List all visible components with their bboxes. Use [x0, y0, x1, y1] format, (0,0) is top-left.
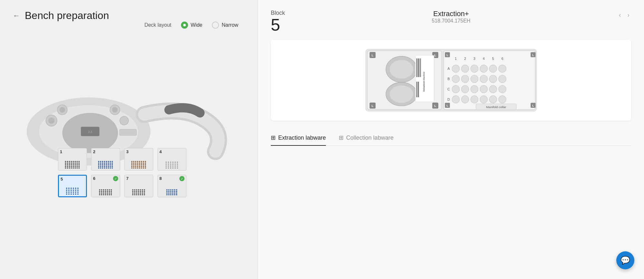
slot-3-number: 3 — [126, 149, 128, 154]
svg-text:1: 1 — [455, 57, 457, 60]
svg-rect-35 — [416, 82, 417, 97]
page-title: Bench preparation — [25, 10, 109, 22]
svg-point-66 — [498, 85, 506, 93]
slot-8-check — [179, 176, 185, 181]
svg-text:L: L — [532, 53, 534, 57]
slot-8-number: 8 — [159, 176, 162, 181]
svg-point-62 — [461, 85, 469, 93]
svg-rect-33 — [419, 59, 420, 77]
svg-point-9 — [120, 116, 128, 125]
slot-4[interactable]: 4 — [157, 148, 186, 171]
right-header: Block 5 Extraction+ 518.7004.175EH ‹ › — [271, 10, 631, 33]
slot-7-number: 7 — [126, 176, 128, 181]
svg-rect-12 — [119, 129, 137, 135]
svg-point-71 — [489, 96, 497, 103]
svg-rect-31 — [417, 59, 417, 77]
svg-point-58 — [480, 75, 487, 83]
svg-point-53 — [489, 65, 497, 72]
wide-radio-option[interactable]: Wide — [181, 22, 202, 29]
svg-point-68 — [461, 96, 469, 103]
device-image-area: L L L L Extraction+ Manifold 518.7004.17… — [271, 40, 631, 121]
svg-rect-37 — [418, 82, 419, 97]
svg-text:L: L — [434, 53, 436, 57]
next-arrow-button[interactable]: › — [626, 10, 631, 20]
svg-point-54 — [498, 65, 506, 72]
svg-rect-32 — [418, 59, 419, 77]
svg-point-60 — [498, 75, 506, 83]
wide-radio-label: Wide — [191, 22, 202, 28]
nav-arrows: ‹ › — [617, 10, 631, 20]
svg-point-57 — [470, 75, 478, 83]
svg-point-8 — [112, 107, 118, 113]
slot-1-number: 1 — [60, 149, 62, 154]
svg-text:L: L — [446, 53, 448, 57]
slot-1[interactable]: 1 — [58, 148, 87, 171]
block-number: 5 — [271, 16, 285, 33]
svg-point-63 — [470, 85, 478, 93]
svg-point-69 — [470, 96, 478, 103]
svg-text:L: L — [372, 53, 374, 57]
back-button[interactable]: ← — [13, 12, 20, 20]
tab-extraction-labware[interactable]: ⊞ Extraction labware — [271, 130, 326, 146]
svg-point-67 — [452, 96, 459, 103]
svg-point-52 — [480, 65, 487, 72]
machine-container: ∧∧ 1 2 — [19, 96, 238, 205]
svg-text:∧∧: ∧∧ — [88, 130, 92, 134]
svg-text:L: L — [532, 104, 534, 107]
extraction-code: 518.7004.175EH — [285, 18, 617, 24]
slots-container: 1 2 — [58, 148, 188, 199]
svg-point-61 — [452, 85, 459, 93]
slot-6-number: 6 — [93, 176, 95, 181]
prev-arrow-button[interactable]: ‹ — [617, 10, 623, 20]
svg-rect-36 — [417, 82, 417, 97]
svg-text:Manifold collar: Manifold collar — [486, 105, 506, 109]
svg-text:D: D — [447, 98, 450, 101]
svg-text:518.7004.175EH: 518.7004.175EH — [423, 80, 425, 92]
svg-point-56 — [461, 75, 469, 83]
tab-extraction-label: Extraction labware — [278, 135, 326, 141]
svg-point-55 — [452, 75, 459, 83]
block-info: Block 5 — [271, 10, 285, 33]
extraction-tab-icon: ⊞ — [271, 134, 276, 141]
svg-text:A: A — [447, 67, 450, 70]
slot-6-check — [113, 176, 118, 181]
narrow-radio-label: Narrow — [222, 22, 238, 28]
wide-radio-circle[interactable] — [181, 22, 188, 29]
slot-7[interactable]: 7 — [124, 175, 153, 197]
svg-text:L: L — [446, 104, 448, 107]
slot-6[interactable]: 6 — [91, 175, 120, 197]
svg-point-65 — [489, 85, 497, 93]
svg-text:C: C — [447, 87, 450, 91]
tab-collection-labware[interactable]: ⊞ Collection labware — [339, 130, 393, 146]
svg-rect-34 — [420, 59, 421, 77]
slot-2[interactable]: 2 — [91, 148, 120, 171]
narrow-radio-circle[interactable] — [212, 22, 219, 29]
deck-layout-label: Deck layout — [144, 22, 171, 28]
extraction-name: Extraction+ — [285, 10, 617, 18]
collection-tab-icon: ⊞ — [339, 134, 344, 141]
slot-3[interactable]: 3 — [124, 148, 153, 171]
right-panel: Block 5 Extraction+ 518.7004.175EH ‹ › — [258, 0, 644, 279]
svg-point-70 — [480, 96, 487, 103]
svg-point-18 — [390, 85, 413, 103]
svg-text:3: 3 — [473, 57, 475, 60]
svg-text:L: L — [434, 104, 436, 107]
tabs-area: ⊞ Extraction labware ⊞ Collection labwar… — [271, 130, 631, 146]
slot-2-number: 2 — [93, 149, 95, 154]
svg-rect-30 — [416, 59, 417, 77]
svg-point-72 — [498, 96, 506, 103]
chat-button[interactable]: 💬 — [616, 251, 634, 269]
svg-point-51 — [470, 65, 478, 72]
svg-point-49 — [452, 65, 459, 72]
svg-text:4: 4 — [483, 57, 485, 60]
slot-5[interactable]: 5 — [58, 175, 87, 197]
slot-5-number: 5 — [61, 177, 63, 181]
svg-point-50 — [461, 65, 469, 72]
device-svg: L L L L Extraction+ Manifold 518.7004.17… — [364, 46, 538, 114]
svg-point-6 — [60, 107, 65, 113]
narrow-radio-option[interactable]: Narrow — [212, 22, 238, 29]
chat-icon: 💬 — [620, 256, 630, 265]
svg-point-4 — [48, 117, 54, 124]
slot-8[interactable]: 8 — [157, 175, 186, 197]
svg-text:L: L — [372, 104, 374, 107]
